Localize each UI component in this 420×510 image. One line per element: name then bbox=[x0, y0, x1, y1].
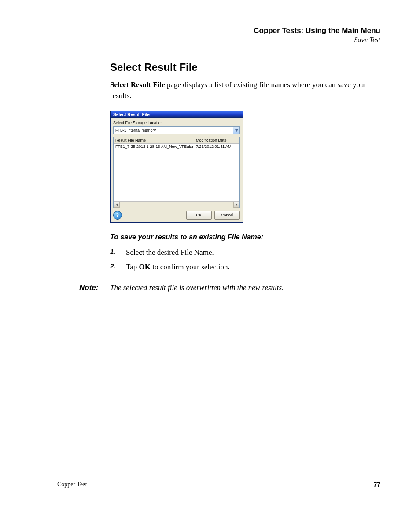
storage-location-label: Select File Storage Location: bbox=[113, 121, 240, 125]
step-text: Select the desired File Name. bbox=[126, 248, 214, 257]
intro-paragraph: Select Result File page displays a list … bbox=[110, 80, 380, 101]
result-file-list[interactable]: Result File Name Modification Date FTB1_… bbox=[113, 137, 240, 208]
step-post: to confirm your selection. bbox=[151, 263, 230, 271]
chapter-title: Copper Tests: Using the Main Menu bbox=[110, 26, 380, 35]
page-footer: Copper Test 77 bbox=[57, 478, 380, 488]
row-name: FTB1_7-25-2012 1-28-16 AM_New_VFBalance bbox=[114, 144, 194, 149]
step-pre: Tap bbox=[126, 263, 139, 271]
cancel-button[interactable]: Cancel bbox=[214, 211, 240, 220]
page-header: Copper Tests: Using the Main Menu Save T… bbox=[110, 26, 380, 48]
page-title: Select Result File bbox=[110, 61, 380, 73]
storage-location-value: FTB-1 internal memory bbox=[114, 127, 233, 134]
list-item: Select the desired File Name. bbox=[110, 246, 380, 258]
note-label: Note: bbox=[79, 282, 110, 294]
intro-bold: Select Result File bbox=[110, 81, 165, 89]
help-icon[interactable]: ? bbox=[113, 211, 122, 220]
list-item: Tap OK to confirm your selection. bbox=[110, 261, 380, 273]
scroll-left-icon[interactable] bbox=[114, 202, 120, 208]
col-header-date[interactable]: Modification Date bbox=[194, 137, 239, 143]
step-bold: OK bbox=[139, 263, 151, 271]
select-result-file-dialog: Select Result File Select File Storage L… bbox=[110, 111, 243, 223]
storage-location-select[interactable]: FTB-1 internal memory bbox=[113, 126, 240, 134]
note: Note: The selected result file is overwr… bbox=[79, 282, 380, 294]
ok-button[interactable]: OK bbox=[186, 211, 212, 220]
horizontal-scrollbar[interactable] bbox=[114, 201, 239, 208]
footer-doc-title: Copper Test bbox=[57, 481, 87, 488]
dialog-title-bar: Select Result File bbox=[111, 111, 243, 118]
page-number: 77 bbox=[373, 481, 380, 488]
list-header: Result File Name Modification Date bbox=[114, 137, 239, 144]
col-header-name[interactable]: Result File Name bbox=[114, 137, 194, 143]
scroll-right-icon[interactable] bbox=[233, 202, 239, 208]
scroll-track[interactable] bbox=[120, 202, 233, 208]
note-text: The selected result file is overwritten … bbox=[110, 282, 284, 294]
chevron-down-icon[interactable] bbox=[233, 127, 239, 134]
table-row[interactable]: FTB1_7-25-2012 1-28-16 AM_New_VFBalance … bbox=[114, 144, 239, 149]
header-rule bbox=[110, 48, 380, 48]
procedure-steps: Select the desired File Name. Tap OK to … bbox=[110, 246, 380, 273]
footer-rule bbox=[57, 478, 380, 478]
row-date: 7/25/2012 01:41 AM bbox=[194, 144, 239, 149]
procedure-heading: To save your results to an existing File… bbox=[110, 233, 380, 241]
section-subtitle: Save Test bbox=[110, 36, 380, 44]
